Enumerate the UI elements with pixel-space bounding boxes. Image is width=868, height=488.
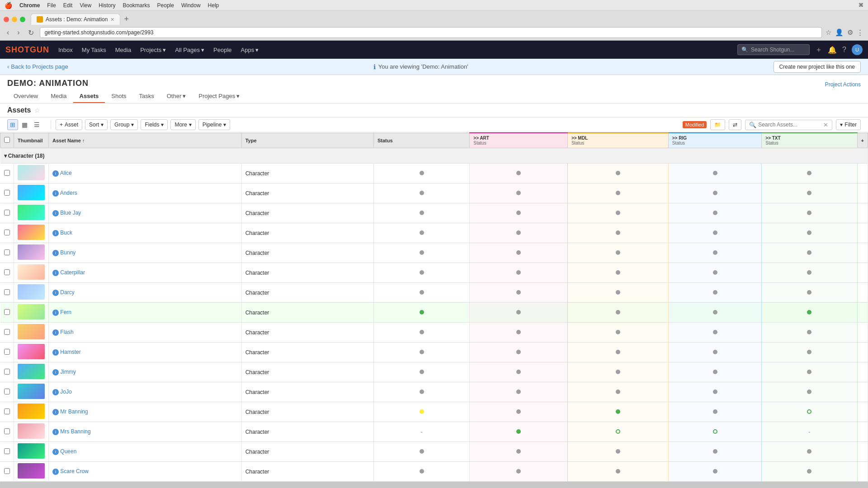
info-icon[interactable]: i <box>52 329 59 336</box>
browser-tab-active[interactable]: Assets : Demo: Animation ✕ <box>31 14 120 25</box>
col-type[interactable]: Type <box>241 133 373 148</box>
reload-button[interactable]: ↻ <box>26 28 36 38</box>
help-icon[interactable]: ? <box>842 46 846 54</box>
edit-menu[interactable]: Edit <box>63 2 73 9</box>
asset-name-link[interactable]: Anders <box>60 190 77 196</box>
menu-icon[interactable]: ⋮ <box>857 28 863 37</box>
row-checkbox-cell[interactable] <box>0 243 14 263</box>
row-checkbox-cell[interactable] <box>0 283 14 303</box>
asset-name-link[interactable]: Bunny <box>60 249 75 256</box>
col-asset-name[interactable]: Asset Name ↑ <box>49 133 242 148</box>
bookmark-icon[interactable]: ☆ <box>826 28 831 37</box>
info-icon[interactable]: i <box>52 310 59 316</box>
row-checkbox-cell[interactable] <box>0 422 14 442</box>
tab-project-pages[interactable]: Project Pages ▾ <box>192 90 246 103</box>
asset-name-link[interactable]: Caterpillar <box>60 269 85 276</box>
info-icon[interactable]: i <box>52 429 59 435</box>
forward-button[interactable]: › <box>15 28 22 38</box>
row-checkbox-cell[interactable] <box>0 402 14 422</box>
bookmarks-menu[interactable]: Bookmarks <box>123 2 150 9</box>
asset-name-link[interactable]: Hamster <box>60 349 80 355</box>
row-checkbox-cell[interactable] <box>0 164 14 183</box>
address-bar[interactable]: getting-started.shotgunstudio.com/page/2… <box>40 27 822 38</box>
nav-all-pages[interactable]: All Pages ▾ <box>175 47 204 53</box>
asset-name-link[interactable]: Alice <box>60 170 72 176</box>
tab-shots[interactable]: Shots <box>105 90 132 103</box>
col-add[interactable]: + <box>857 133 868 148</box>
asset-name-link[interactable]: Mrs Banning <box>60 428 90 435</box>
history-menu[interactable]: History <box>99 2 115 9</box>
create-project-button[interactable]: Create new project like this one <box>774 61 861 73</box>
nav-inbox[interactable]: Inbox <box>58 47 73 53</box>
tab-media[interactable]: Media <box>44 90 73 103</box>
help-menu[interactable]: Help <box>208 2 219 9</box>
tab-tasks[interactable]: Tasks <box>133 90 160 103</box>
row-checkbox-cell[interactable] <box>0 442 14 462</box>
filter-button[interactable]: ▾ Filter <box>836 119 861 130</box>
info-icon[interactable]: i <box>52 170 59 177</box>
row-checkbox-cell[interactable] <box>0 362 14 382</box>
tab-assets[interactable]: Assets <box>73 90 105 103</box>
info-icon[interactable]: i <box>52 250 59 256</box>
tab-close-button[interactable]: ✕ <box>110 17 114 23</box>
info-icon[interactable]: i <box>52 230 59 236</box>
asset-name-link[interactable]: Jimmy <box>60 369 76 375</box>
col-txt-status[interactable]: >> TXT Status <box>762 133 857 148</box>
asset-name-link[interactable]: Fern <box>60 309 71 315</box>
info-icon[interactable]: i <box>52 270 59 276</box>
fields-button[interactable]: Fields ▾ <box>141 119 168 130</box>
asset-name-link[interactable]: Buck <box>60 230 72 236</box>
row-checkbox-cell[interactable] <box>0 323 14 343</box>
asset-name-link[interactable]: Flash <box>60 329 73 335</box>
info-icon[interactable]: i <box>52 290 59 296</box>
maximize-window-button[interactable] <box>20 17 25 22</box>
window-menu[interactable]: Window <box>181 2 201 9</box>
back-to-projects-link[interactable]: ‹ Back to Projects page <box>7 63 68 70</box>
nav-people[interactable]: People <box>213 47 231 53</box>
row-checkbox-cell[interactable] <box>0 203 14 223</box>
info-icon[interactable]: i <box>52 210 59 216</box>
close-window-button[interactable] <box>4 17 9 22</box>
app-logo[interactable]: SHOTGUN <box>5 45 49 55</box>
notification-icon[interactable]: 🔔 <box>828 46 837 54</box>
view-options-button[interactable]: 📁 <box>710 119 725 130</box>
new-tab-button[interactable]: + <box>122 14 131 24</box>
tab-other[interactable]: Other ▾ <box>160 90 193 103</box>
clear-search-icon[interactable]: ✕ <box>823 122 828 128</box>
row-checkbox-cell[interactable] <box>0 462 14 482</box>
extensions-icon[interactable]: ⚙ <box>847 28 853 37</box>
group-button[interactable]: Group ▾ <box>110 119 138 130</box>
info-icon[interactable]: i <box>52 389 59 395</box>
asset-name-link[interactable]: Mr Banning <box>60 408 88 415</box>
col-rig-status[interactable]: >> RIG Status <box>668 133 762 148</box>
view-menu[interactable]: View <box>80 2 91 9</box>
row-checkbox-cell[interactable] <box>0 343 14 362</box>
user-avatar[interactable]: U <box>852 44 863 55</box>
back-button[interactable]: ‹ <box>5 28 11 38</box>
profile-icon[interactable]: 👤 <box>835 28 844 37</box>
asset-name-link[interactable]: Darcy <box>60 289 74 296</box>
nav-my-tasks[interactable]: My Tasks <box>82 47 106 53</box>
info-icon[interactable]: i <box>52 469 59 475</box>
nav-media[interactable]: Media <box>115 47 131 53</box>
file-menu[interactable]: File <box>47 2 56 9</box>
col-mdl-status[interactable]: >> MDL Status <box>567 133 668 148</box>
favorite-icon[interactable]: ☆ <box>34 107 40 114</box>
col-checkbox[interactable] <box>0 133 14 148</box>
info-icon[interactable]: i <box>52 409 59 415</box>
select-all-checkbox[interactable] <box>4 137 10 143</box>
row-checkbox-cell[interactable] <box>0 303 14 323</box>
col-status[interactable]: Status <box>373 133 469 148</box>
tab-overview[interactable]: Overview <box>7 90 44 103</box>
list-view-button[interactable]: ☰ <box>31 119 42 130</box>
info-icon[interactable]: i <box>52 369 59 375</box>
project-actions-button[interactable]: Project Actions <box>825 81 861 88</box>
info-icon[interactable]: i <box>52 349 59 356</box>
search-assets-input[interactable] <box>758 122 821 128</box>
search-assets-box[interactable]: 🔍 ✕ <box>745 120 832 130</box>
people-menu[interactable]: People <box>157 2 174 9</box>
asset-name-link[interactable]: Scare Crow <box>60 468 89 474</box>
nav-apps[interactable]: Apps ▾ <box>241 47 259 53</box>
asset-name-link[interactable]: Blue Jay <box>60 210 81 216</box>
col-art-status[interactable]: >> ART Status <box>470 133 568 148</box>
